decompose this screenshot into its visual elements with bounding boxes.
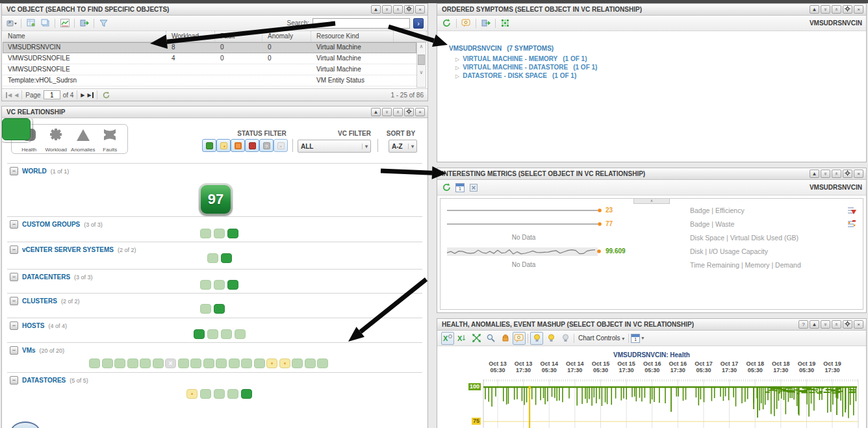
status-square[interactable] — [153, 359, 164, 368]
sort-by-select[interactable]: A-Z ▾ — [389, 140, 417, 153]
status-square[interactable] — [207, 253, 218, 263]
symptom-search-icon[interactable] — [461, 18, 472, 29]
show-detail-grid-icon[interactable] — [25, 18, 36, 29]
annotation-bubble-icon[interactable] — [513, 332, 526, 345]
scroll-up-icon[interactable]: ∧ — [420, 43, 424, 51]
settings-gear-icon[interactable] — [404, 5, 414, 14]
collapse-section-icon[interactable]: − — [10, 220, 18, 229]
column-header-anomaly[interactable]: Anomaly — [262, 31, 311, 42]
status-square[interactable] — [214, 304, 225, 314]
help-icon[interactable]: ? — [798, 320, 808, 329]
table-row[interactable]: Template:vHOL_SudrsnVM Entity Status — [3, 75, 416, 86]
status-square[interactable] — [214, 229, 225, 238]
collapse-section-icon[interactable]: − — [10, 273, 18, 281]
metric-row[interactable]: 99.609Disk | I/O Usage Capacity — [440, 245, 863, 258]
close-icon[interactable]: × — [854, 320, 863, 329]
refresh-icon[interactable] — [441, 182, 452, 193]
close-icon[interactable]: × — [415, 5, 425, 14]
status-square[interactable] — [221, 329, 232, 339]
zoom-x-icon[interactable]: X — [441, 332, 454, 345]
collapse-icon[interactable]: ▲ — [810, 320, 819, 329]
status-square[interactable] — [235, 329, 246, 339]
multi-grid-icon[interactable] — [40, 18, 51, 29]
status-square[interactable] — [317, 359, 328, 368]
group-dots-icon[interactable] — [500, 18, 511, 29]
section-label[interactable]: VMs — [22, 347, 36, 354]
shade-up-icon[interactable]: « — [832, 170, 841, 178]
table-scrollbar[interactable]: ∧ ∨ — [416, 42, 426, 88]
metric-row[interactable]: 23Badge | Efficiency — [440, 204, 863, 217]
settings-gear-icon[interactable] — [843, 5, 852, 14]
status-square[interactable] — [266, 359, 277, 368]
status-filter-yellow-icon[interactable] — [216, 139, 231, 152]
status-square[interactable] — [241, 389, 252, 399]
dashboard-export-icon[interactable] — [6, 18, 17, 29]
trend-down-icon[interactable] — [847, 206, 856, 214]
filter-funnel-icon[interactable] — [98, 18, 109, 29]
scroll-down-icon[interactable]: ∨ — [420, 69, 424, 77]
collapse-section-icon[interactable]: − — [10, 297, 18, 305]
status-square[interactable] — [186, 389, 198, 399]
status-square[interactable] — [305, 359, 316, 368]
shade-down-icon[interactable]: » — [821, 170, 830, 178]
tree-expand-icon[interactable]: ▷ — [455, 73, 459, 79]
status-square[interactable] — [190, 359, 201, 368]
status-square[interactable] — [216, 359, 227, 368]
collapse-section-icon[interactable]: − — [10, 346, 18, 355]
close-icon[interactable]: × — [854, 5, 863, 14]
collapse-section-icon[interactable]: − — [10, 376, 18, 384]
status-square[interactable] — [178, 359, 189, 368]
export-icon[interactable] — [79, 18, 90, 29]
tree-expand-icon[interactable]: ▷ — [455, 65, 459, 71]
corner-widget[interactable] — [10, 422, 40, 428]
status-square[interactable] — [241, 359, 252, 368]
shade-down-icon[interactable]: » — [382, 5, 392, 14]
shade-up-icon[interactable]: « — [832, 5, 841, 14]
status-square[interactable] — [194, 329, 205, 339]
status-square[interactable] — [229, 359, 240, 368]
collapse-section-icon[interactable]: − — [10, 167, 18, 175]
status-filter-red-icon[interactable] — [245, 139, 259, 152]
selected-vm-square[interactable] — [2, 118, 31, 140]
status-square[interactable] — [114, 359, 125, 368]
section-label[interactable]: vCENTER SERVER SYSTEMS — [22, 246, 114, 253]
column-header-fault[interactable]: Fault — [215, 31, 262, 42]
prev-page-icon[interactable]: ◀ — [14, 92, 18, 98]
section-label[interactable]: CLUSTERS — [22, 297, 57, 305]
shade-down-icon[interactable]: » — [382, 108, 392, 116]
chart-controls-button[interactable]: Chart Controls ▾ — [576, 334, 626, 342]
status-square[interactable] — [200, 229, 211, 238]
health-chart[interactable] — [437, 347, 866, 428]
export-icon[interactable] — [480, 18, 491, 29]
zoom-y-icon[interactable]: X — [455, 332, 468, 345]
section-label[interactable]: WORLD — [22, 168, 47, 175]
search-input[interactable] — [313, 18, 410, 29]
status-square[interactable]: × — [165, 359, 176, 368]
shade-up-icon[interactable]: « — [393, 5, 403, 14]
symptom-tree-item[interactable]: ▷DATASTORE - DISK SPACE(1 OF 1) — [455, 72, 576, 79]
section-label[interactable]: HOSTS — [22, 322, 44, 329]
trend-flat-icon[interactable] — [847, 220, 856, 228]
status-filter-orange-icon[interactable] — [231, 139, 245, 152]
status-square[interactable] — [127, 359, 138, 368]
status-square[interactable] — [214, 280, 225, 290]
status-square[interactable] — [254, 359, 265, 368]
first-page-icon[interactable]: ◀ — [6, 92, 12, 98]
shade-up-icon[interactable]: « — [832, 320, 841, 329]
status-square[interactable] — [89, 359, 100, 368]
column-header-resource-kind[interactable]: Resource Kind — [311, 31, 394, 42]
tree-expand-icon[interactable]: ▷ — [455, 57, 459, 62]
symptom-tree-root[interactable]: VMSUDRSNVCIN(7 SYMPTOMS) — [449, 45, 554, 52]
event-bulb-icon[interactable] — [559, 332, 572, 345]
metric-row[interactable]: 77Badge | Waste — [440, 218, 863, 231]
status-square[interactable] — [200, 280, 211, 290]
refresh-icon[interactable] — [101, 90, 112, 101]
shade-down-icon[interactable]: » — [821, 320, 830, 329]
health-bulb-icon[interactable] — [530, 332, 543, 345]
status-square[interactable] — [227, 280, 238, 290]
status-square[interactable] — [292, 359, 303, 368]
collapse-icon[interactable]: ▲ — [810, 5, 819, 14]
collapse-section-icon[interactable]: − — [10, 321, 18, 330]
table-row[interactable]: VMWSUDRSNOFILEVirtual Machine — [3, 64, 416, 75]
status-filter-none-icon[interactable]: × — [274, 139, 288, 152]
